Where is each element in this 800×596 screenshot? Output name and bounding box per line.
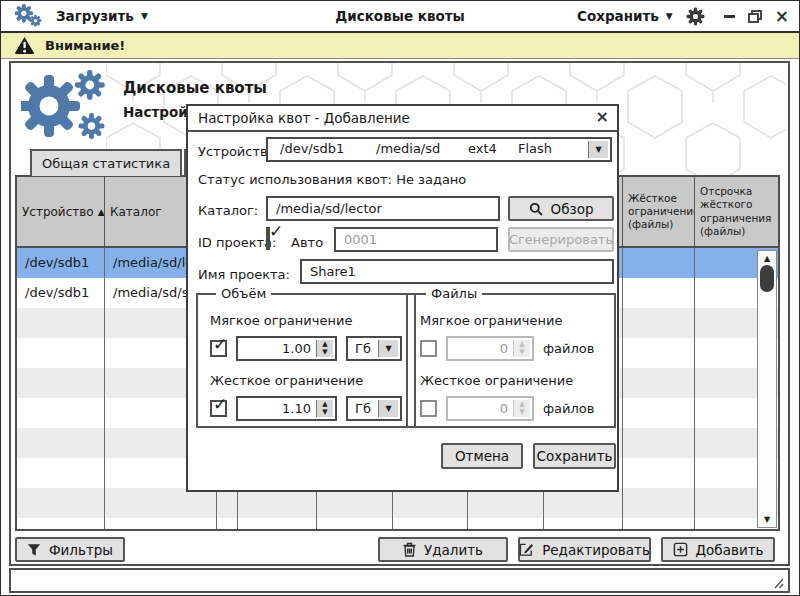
files-soft-checkbox[interactable] [420, 340, 437, 357]
scroll-down-icon[interactable]: ▼ [758, 515, 776, 524]
status-bar [9, 568, 790, 593]
dialog-title: Настройка квот - Добавление [188, 106, 617, 132]
save-button[interactable]: Сохранить [533, 443, 616, 469]
volume-group-title: Объём [216, 286, 271, 301]
files-soft-spinner[interactable]: 0 ▲▼ [446, 336, 534, 361]
tab-general-statistics[interactable]: Общая статистика [30, 149, 182, 176]
warning-text: Внимание! [45, 38, 125, 53]
chevron-down-icon[interactable]: ▼ [378, 340, 398, 357]
volume-group: Объём Мягкое ограничение ✓ 1.00 ▲▼ Гб ▼ … [196, 286, 416, 428]
app-window: Загрузить ▼ Дисковые квоты Сохранить ▼ [0, 0, 800, 596]
warning-triangle-icon [14, 36, 35, 55]
project-name-label: Имя проекта: [198, 267, 290, 282]
maximize-restore-button[interactable] [748, 10, 762, 23]
spinner-arrows-icon[interactable]: ▲▼ [316, 340, 333, 357]
auto-label: Авто [291, 235, 323, 250]
delete-button[interactable]: Удалить [378, 537, 508, 562]
volume-soft-label: Мягкое ограничение [210, 313, 402, 328]
files-unit-label: файлов [543, 341, 594, 356]
magnifier-icon [529, 202, 543, 216]
page-title: Дисковые квоты [123, 79, 267, 97]
volume-hard-label: Жесткое ограничение [210, 373, 402, 388]
chevron-down-icon[interactable]: ▼ [588, 141, 608, 158]
files-group-title: Файлы [426, 286, 482, 301]
files-soft-label: Мягкое ограничение [420, 313, 602, 328]
directory-input[interactable]: /media/sd/lector [266, 196, 500, 221]
funnel-icon [27, 543, 41, 557]
volume-soft-unit-combo[interactable]: Гб ▼ [346, 336, 402, 361]
device-combo-mount: /media/sd [376, 141, 440, 156]
dialog-close-icon[interactable]: × [596, 109, 609, 125]
plus-icon [673, 542, 688, 557]
check-icon: ✓ [213, 394, 227, 414]
volume-soft-checkbox[interactable]: ✓ [210, 340, 227, 357]
scroll-up-icon[interactable]: ▲ [758, 254, 776, 263]
col-header-hard-limit-files[interactable]: Жёсткое ограничение (файлы) [623, 177, 695, 246]
project-id-input[interactable]: 0001 [334, 227, 498, 252]
table-row-empty [17, 488, 778, 518]
generate-button[interactable]: Сгенерировать [508, 227, 614, 252]
auto-id-checkbox[interactable]: ✓ [266, 227, 270, 250]
scrollbar-thumb[interactable] [760, 265, 774, 292]
vertical-scrollbar[interactable]: ▲ ▼ [757, 250, 777, 528]
resize-grip[interactable] [770, 577, 784, 589]
files-hard-checkbox[interactable] [420, 400, 437, 417]
trash-icon [403, 542, 416, 557]
spinner-arrows-icon: ▲▼ [513, 340, 530, 357]
quota-status-text: Статус использования квот: Не задано [198, 172, 466, 187]
filters-button[interactable]: Фильтры [15, 537, 125, 562]
settings-gear-icon[interactable] [686, 7, 705, 26]
chevron-down-icon: ▼ [666, 12, 673, 21]
warning-bar: Внимание! [1, 33, 799, 59]
quota-add-dialog: Настройка квот - Добавление × Устройство… [186, 104, 619, 492]
project-name-input[interactable]: Share1 [300, 259, 614, 284]
device-combo-dev: /dev/sdb1 [280, 141, 344, 156]
spinner-arrows-icon: ▲▼ [513, 400, 530, 417]
save-menu[interactable]: Сохранить ▼ [577, 8, 673, 24]
pencil-icon [519, 542, 534, 557]
directory-label: Каталог: [198, 203, 258, 218]
check-icon: ✓ [213, 334, 227, 354]
project-id-label: ID проекта: [198, 235, 276, 250]
volume-hard-unit-combo[interactable]: Гб ▼ [346, 396, 402, 421]
titlebar: Загрузить ▼ Дисковые квоты Сохранить ▼ [1, 1, 799, 33]
files-unit-label: файлов [543, 401, 594, 416]
device-combo[interactable]: /dev/sdb1 /media/sd ext4 Flash ▼ [266, 137, 612, 162]
edit-button[interactable]: Редактировать [518, 537, 651, 562]
volume-hard-checkbox[interactable]: ✓ [210, 400, 227, 417]
files-hard-spinner[interactable]: 0 ▲▼ [446, 396, 534, 421]
close-window-button[interactable]: × [775, 8, 789, 25]
files-hard-label: Жесткое ограничение [420, 373, 602, 388]
col-header-hard-limit-grace-files[interactable]: Отсрочка жёсткого ограничения (файлы) [695, 177, 778, 246]
device-combo-fs: ext4 [468, 141, 497, 156]
chevron-down-icon[interactable]: ▼ [378, 400, 398, 417]
volume-soft-spinner[interactable]: 1.00 ▲▼ [236, 336, 337, 361]
minimize-button[interactable] [724, 15, 735, 18]
browse-button[interactable]: Обзор [508, 196, 614, 221]
device-combo-label: Flash [518, 141, 552, 156]
table-row-empty [17, 518, 778, 531]
check-icon: ✓ [269, 221, 283, 241]
add-button[interactable]: Добавить [661, 537, 775, 562]
files-group: Файлы Мягкое ограничение 0 ▲▼ файлов Жес… [406, 286, 616, 428]
col-header-device[interactable]: Устройство ▲ [17, 177, 105, 246]
volume-hard-spinner[interactable]: 1.10 ▲▼ [236, 396, 337, 421]
app-logo-gears-icon [21, 69, 117, 143]
sort-ascending-icon: ▲ [98, 207, 105, 217]
spinner-arrows-icon[interactable]: ▲▼ [316, 400, 333, 417]
cancel-button[interactable]: Отмена [441, 443, 523, 469]
